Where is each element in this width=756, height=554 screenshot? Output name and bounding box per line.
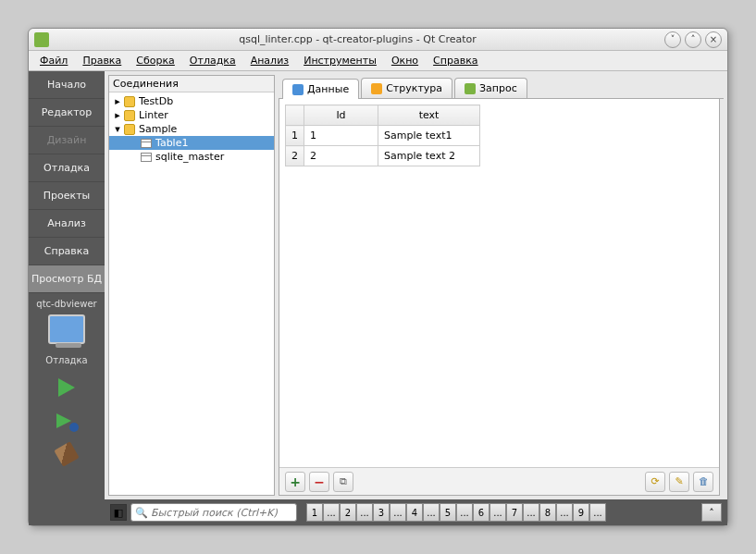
- menubar: Файл Правка Сборка Отладка Анализ Инстру…: [29, 51, 727, 71]
- mode-welcome[interactable]: Начало: [29, 71, 105, 99]
- locator-btn[interactable]: ...: [356, 503, 373, 522]
- delete-row-button[interactable]: −: [309, 472, 329, 492]
- tab-label: Запрос: [479, 82, 517, 94]
- menu-file[interactable]: Файл: [32, 53, 75, 68]
- table-icon: [141, 139, 152, 148]
- locator-btn[interactable]: ...: [490, 503, 506, 522]
- tree-label: Sample: [139, 123, 177, 135]
- tree-label: Table1: [155, 137, 188, 149]
- target-icon[interactable]: [48, 314, 85, 344]
- locator-btn[interactable]: ...: [323, 503, 340, 522]
- tree-item-sample[interactable]: ▾ Sample: [109, 122, 274, 136]
- copy-row-button[interactable]: ⧉: [333, 472, 353, 492]
- tab-bar: Данные Структура Запрос: [279, 75, 724, 99]
- locator-btn[interactable]: ...: [556, 503, 573, 522]
- output-pane-toggle[interactable]: ˄: [701, 503, 722, 522]
- toggle-sidebar-button[interactable]: ◧: [110, 504, 127, 521]
- minimize-button[interactable]: ˅: [664, 31, 681, 48]
- locator-btn[interactable]: 3: [373, 503, 390, 522]
- mode-edit[interactable]: Редактор: [29, 99, 105, 127]
- debug-run-button[interactable]: [56, 410, 77, 430]
- build-button[interactable]: [54, 441, 79, 466]
- tree-item-sqlitemaster[interactable]: sqlite_master: [109, 150, 274, 164]
- locator-btn[interactable]: 8: [539, 503, 556, 522]
- close-button[interactable]: ×: [705, 31, 722, 48]
- db-content-panel: Данные Структура Запрос: [279, 75, 724, 496]
- menu-build[interactable]: Сборка: [129, 53, 182, 68]
- menu-window[interactable]: Окно: [384, 53, 426, 68]
- tree-item-testdb[interactable]: ▸ TestDb: [109, 94, 274, 108]
- cell-text[interactable]: Sample text1: [378, 126, 480, 146]
- locator-btn[interactable]: 7: [506, 503, 523, 522]
- trash-icon: 🗑: [699, 475, 709, 487]
- locator-btn[interactable]: 1: [306, 503, 323, 522]
- locator-btn[interactable]: 6: [473, 503, 490, 522]
- mode-projects[interactable]: Проекты: [29, 182, 105, 210]
- plus-icon: +: [290, 474, 301, 489]
- cell-id[interactable]: 1: [304, 126, 378, 146]
- add-row-button[interactable]: +: [285, 472, 305, 492]
- maximize-button[interactable]: ˄: [685, 31, 701, 48]
- structure-icon: [371, 83, 382, 94]
- locator-buttons: 1 ... 2 ... 3 ... 4 ... 5 ... 6 ... 7 ..…: [306, 503, 606, 522]
- mode-help[interactable]: Справка: [29, 238, 105, 265]
- tree-label: TestDb: [139, 95, 173, 107]
- mode-selector: Начало Редактор Дизайн Отладка Проекты А…: [29, 71, 105, 525]
- locator-btn[interactable]: ...: [456, 503, 473, 522]
- menu-debug[interactable]: Отладка: [182, 53, 243, 68]
- menu-edit[interactable]: Правка: [75, 53, 129, 68]
- table-icon: [141, 153, 152, 162]
- main-window: qsql_linter.cpp - qt-creator-plugins - Q…: [28, 28, 728, 526]
- refresh-button[interactable]: ⟳: [645, 472, 665, 492]
- refresh-icon: ⟳: [651, 475, 659, 487]
- locator-btn[interactable]: ...: [423, 503, 440, 522]
- locator-btn[interactable]: 2: [340, 503, 356, 522]
- mode-design: Дизайн: [29, 127, 105, 154]
- menu-analyze[interactable]: Анализ: [243, 53, 297, 68]
- connections-panel: Соединения ▸ TestDb ▸ Linter: [108, 75, 275, 496]
- tree-label: sqlite_master: [155, 151, 224, 163]
- mode-analyze[interactable]: Анализ: [29, 210, 105, 238]
- locator-search[interactable]: 🔍: [130, 503, 297, 522]
- tree-item-linter[interactable]: ▸ Linter: [109, 108, 274, 122]
- expand-icon[interactable]: ▸: [113, 109, 122, 121]
- locator-btn[interactable]: ...: [390, 503, 406, 522]
- delete-button[interactable]: 🗑: [693, 472, 713, 492]
- tab-query[interactable]: Запрос: [454, 78, 527, 98]
- locator-btn[interactable]: 5: [440, 503, 456, 522]
- table-row[interactable]: 2 2 Sample text 2: [286, 146, 480, 166]
- cell-id[interactable]: 2: [304, 146, 378, 166]
- menu-help[interactable]: Справка: [426, 53, 485, 68]
- data-toolbar: + − ⧉ ⟳ ✎ 🗑: [279, 467, 719, 495]
- kit-label: qtc-dbviewer: [29, 293, 105, 309]
- column-header-id[interactable]: Id: [304, 105, 378, 126]
- row-number: 1: [286, 126, 304, 146]
- locator-btn[interactable]: 4: [406, 503, 423, 522]
- row-number: 2: [286, 146, 304, 166]
- grid-header-row: Id text: [286, 105, 480, 126]
- titlebar: qsql_linter.cpp - qt-creator-plugins - Q…: [29, 29, 727, 51]
- column-header-text[interactable]: text: [378, 105, 480, 126]
- expand-icon[interactable]: ▸: [113, 95, 122, 107]
- tab-label: Структура: [386, 82, 442, 94]
- connections-title: Соединения: [109, 76, 274, 92]
- database-icon: [124, 96, 135, 107]
- search-input[interactable]: [151, 507, 292, 519]
- table-row[interactable]: 1 1 Sample text1: [286, 126, 480, 146]
- connections-tree: ▸ TestDb ▸ Linter ▾ Sample: [109, 92, 274, 495]
- menu-tools[interactable]: Инструменты: [296, 53, 384, 68]
- tab-structure[interactable]: Структура: [361, 78, 452, 98]
- locator-btn[interactable]: ...: [523, 503, 539, 522]
- collapse-icon[interactable]: ▾: [113, 123, 122, 135]
- mode-debug[interactable]: Отладка: [29, 154, 105, 182]
- run-button[interactable]: [58, 378, 75, 397]
- status-bar: ◧ 🔍 1 ... 2 ... 3 ... 4 ... 5 ... 6: [105, 499, 727, 525]
- locator-btn[interactable]: 9: [573, 503, 589, 522]
- tree-item-table1[interactable]: Table1: [109, 136, 274, 150]
- corner-cell: [286, 105, 304, 126]
- tab-data[interactable]: Данные: [282, 79, 359, 99]
- cell-text[interactable]: Sample text 2: [378, 146, 480, 166]
- edit-button[interactable]: ✎: [669, 472, 689, 492]
- mode-dbview[interactable]: Просмотр БД: [29, 265, 105, 293]
- locator-btn[interactable]: ...: [589, 503, 606, 522]
